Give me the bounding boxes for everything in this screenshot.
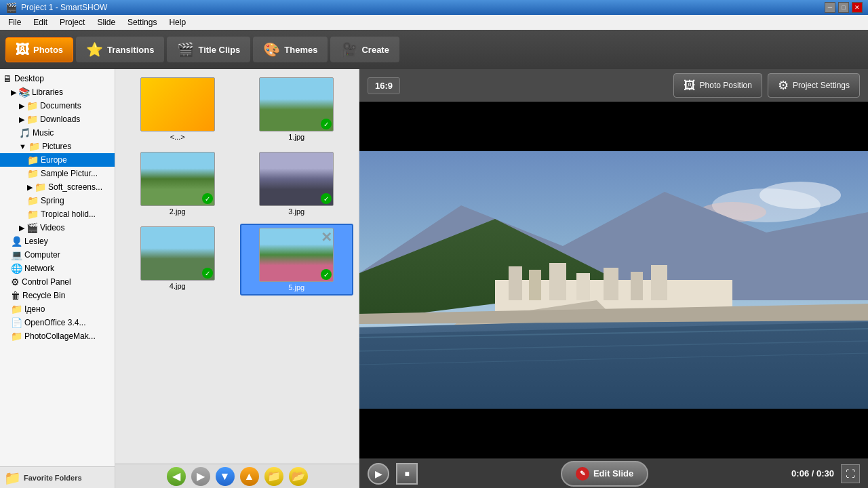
maximize-button[interactable]: □ — [838, 2, 849, 13]
photos-icon: 🖼 — [16, 42, 29, 58]
time-display: 0:06 / 0:30 — [791, 468, 834, 479]
titlebar-left: 🎬 Project 1 - SmartSHOW — [5, 2, 107, 13]
nav-down-button[interactable]: ▼ — [216, 467, 235, 486]
tab-create[interactable]: 🎥 Create — [330, 37, 399, 62]
file-name: 5.jpg — [288, 283, 304, 291]
svg-marker-16 — [359, 322, 868, 409]
photo-position-icon: 🖼 — [684, 79, 696, 93]
minimize-button[interactable]: ─ — [825, 2, 835, 13]
nav-up-button[interactable]: ▲ — [240, 467, 259, 486]
desktop-icon: 🖥 — [3, 73, 12, 84]
tree-openoffice[interactable]: 📄 OpenOffice 3.4... — [0, 316, 115, 329]
tree-europe[interactable]: 📁 Europe — [0, 153, 115, 167]
tree-item-label: OpenOffice 3.4... — [24, 318, 86, 327]
tree-ideno[interactable]: 📁 Iдено — [0, 302, 115, 316]
tree-lesley[interactable]: 👤 Lesley — [0, 235, 115, 248]
menu-slide[interactable]: Slide — [92, 16, 121, 28]
tab-photos[interactable]: 🖼 Photos — [5, 37, 73, 62]
tab-transitions[interactable]: ⭐ Transitions — [76, 37, 164, 62]
close-button[interactable]: ✕ — [852, 2, 863, 13]
tab-transitions-label: Transitions — [107, 45, 154, 55]
menu-edit[interactable]: Edit — [28, 16, 53, 28]
tab-themes[interactable]: 🎨 Themes — [253, 37, 328, 62]
svg-rect-9 — [549, 263, 566, 300]
tree-photocollage[interactable]: 📁 PhotoCollageMak... — [0, 329, 115, 343]
title-clips-icon: 🎬 — [177, 41, 194, 58]
app-icon: 🎬 — [5, 2, 17, 13]
file-item-1[interactable]: ✓ 1.jpg — [240, 75, 354, 144]
recycle-bin-icon: 🗑 — [11, 290, 20, 301]
menu-settings[interactable]: Settings — [122, 16, 162, 28]
tab-themes-label: Themes — [284, 45, 317, 55]
tree-item-label: Documents — [40, 101, 81, 110]
tree-spring[interactable]: 📁 Spring — [0, 194, 115, 207]
tab-create-label: Create — [361, 45, 389, 55]
menubar: File Edit Project Slide Settings Help — [0, 15, 868, 30]
playback-bar: ▶ ■ ✎ Edit Slide 0:06 / 0:30 ⛶ — [359, 458, 868, 488]
tree-soft-screenshots[interactable]: ▶ 📁 Soft_screens... — [0, 180, 115, 194]
photocollage-icon: 📁 — [11, 331, 22, 342]
tree-pictures[interactable]: ▼ 📁 Pictures — [0, 140, 115, 153]
project-settings-icon: ⚙ — [778, 78, 789, 93]
tree-computer[interactable]: 💻 Computer — [0, 248, 115, 262]
tree-control-panel[interactable]: ⚙ Control Panel — [0, 275, 115, 289]
photo-position-label: Photo Position — [700, 81, 752, 90]
check-mark: ✓ — [202, 193, 213, 204]
tree-documents[interactable]: ▶ 📁 Documents — [0, 99, 115, 113]
svg-rect-13 — [651, 265, 667, 300]
nav-back-button[interactable]: ◀ — [167, 467, 186, 486]
tree-network[interactable]: 🌐 Network — [0, 262, 115, 275]
nav-forward-button[interactable]: ▶ — [191, 467, 210, 486]
tree-item-label: Computer — [24, 250, 60, 260]
edit-slide-button[interactable]: ✎ Edit Slide — [561, 461, 648, 487]
nav-folder2-button[interactable]: 📂 — [289, 467, 308, 486]
tree-desktop[interactable]: 🖥 Desktop — [0, 72, 115, 85]
tree-item-label: Spring — [41, 196, 64, 205]
file-name: 2.jpg — [170, 207, 186, 216]
tree-item-label: Control Panel — [22, 277, 71, 287]
file-item-folder[interactable]: <...> — [121, 75, 235, 144]
tree-item-label: Libraries — [32, 87, 63, 97]
tree-item-label: Videos — [40, 223, 64, 232]
tab-title-clips[interactable]: 🎬 Title Clips — [167, 37, 250, 62]
ideno-icon: 📁 — [11, 304, 22, 314]
photo-position-button[interactable]: 🖼 Photo Position — [673, 73, 762, 98]
europe-icon: 📁 — [27, 155, 39, 165]
tree-item-label: Soft_screens... — [48, 182, 102, 192]
lesley-icon: 👤 — [11, 236, 22, 247]
menu-project[interactable]: Project — [54, 16, 90, 28]
menu-file[interactable]: File — [3, 16, 26, 28]
tree-sample-pictures[interactable]: 📁 Sample Pictur... — [0, 167, 115, 180]
file-item-3[interactable]: ✓ 3.jpg — [240, 149, 354, 218]
nav-folder1-button[interactable]: 📁 — [264, 467, 283, 486]
play-button[interactable]: ▶ — [368, 463, 389, 485]
file-item-2[interactable]: ✓ 2.jpg — [121, 149, 235, 218]
file-item-4[interactable]: ✓ 4.jpg — [121, 224, 235, 296]
pictures-icon: 📁 — [28, 141, 40, 152]
create-icon: 🎥 — [340, 41, 357, 58]
preview-panel: 16:9 🖼 Photo Position ⚙ Project Settings — [359, 69, 868, 488]
aspect-ratio-badge: 16:9 — [368, 77, 400, 94]
tree-downloads[interactable]: ▶ 📁 Downloads — [0, 113, 115, 126]
tree-item-label: Downloads — [40, 115, 80, 124]
tab-title-clips-label: Title Clips — [198, 45, 240, 55]
titlebar-controls: ─ □ ✕ — [825, 2, 863, 13]
preview-header-right: 🖼 Photo Position ⚙ Project Settings — [673, 73, 860, 98]
tree-music[interactable]: 🎵 Music — [0, 126, 115, 140]
tree-videos[interactable]: ▶ 🎬 Videos — [0, 221, 115, 235]
stop-button[interactable]: ■ — [396, 463, 418, 485]
tree-libraries[interactable]: ▶ 📚 Libraries — [0, 85, 115, 99]
music-icon: 🎵 — [19, 127, 31, 138]
tree-tropical[interactable]: 📁 Tropical holid... — [0, 207, 115, 221]
themes-icon: 🎨 — [263, 41, 280, 58]
file-name: 3.jpg — [288, 207, 304, 216]
file-name: 4.jpg — [170, 282, 186, 290]
menu-help[interactable]: Help — [163, 16, 191, 28]
control-panel-icon: ⚙ — [11, 277, 20, 287]
tree-recycle-bin[interactable]: 🗑 Recycle Bin — [0, 289, 115, 302]
file-item-5[interactable]: ✕ ✓ 5.jpg — [240, 224, 354, 296]
project-settings-button[interactable]: ⚙ Project Settings — [768, 73, 860, 98]
check-mark: ✓ — [202, 268, 213, 279]
fullscreen-button[interactable]: ⛶ — [841, 464, 860, 483]
favorites-bar[interactable]: 📁 Favorite Folders — [0, 466, 115, 488]
